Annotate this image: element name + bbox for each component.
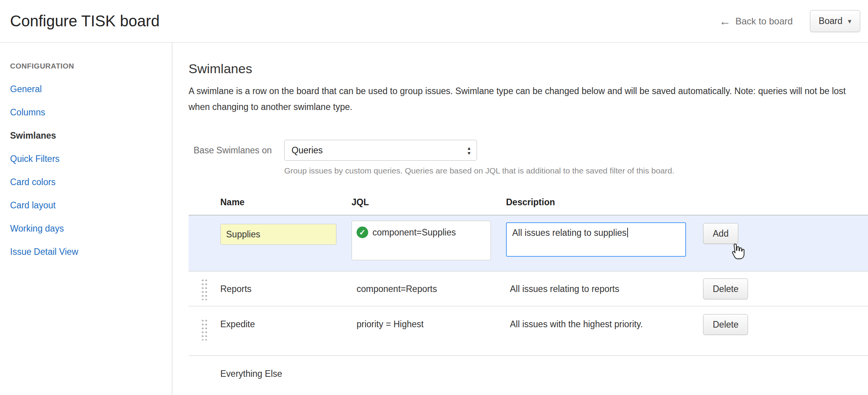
new-swimlane-row: ✓ component=Supplies All issues relating… (189, 215, 868, 271)
sidebar-item-card-layout[interactable]: Card layout (0, 194, 172, 217)
row-handle-cell (189, 278, 220, 300)
swimlane-description: All issues relating to reports (506, 281, 655, 297)
sidebar-item-card-colors[interactable]: Card colors (0, 170, 172, 194)
sidebar-item-issue-detail-view[interactable]: Issue Detail View (0, 240, 172, 263)
section-description: A swimlane is a row on the board that ca… (189, 83, 851, 115)
sidebar-heading: CONFIGURATION (10, 62, 172, 70)
swimlane-name: Expedite (220, 306, 352, 332)
sidebar-nav: General Columns Swimlanes Quick Filters … (0, 77, 172, 263)
new-row-action-cell: Add (700, 215, 868, 271)
new-row-description-cell: All issues relating to supplies (506, 215, 700, 271)
back-to-board-label: Back to board (735, 16, 793, 27)
base-swimlanes-control: Queries ▴ ▾ Group issues by custom queri… (284, 140, 674, 175)
swimlane-type-value: Queries (292, 145, 323, 156)
table-row: Reports component=Reports All issues rel… (189, 271, 868, 306)
stepper-down-icon: ▾ (468, 151, 470, 155)
page-title: Configure TISK board (10, 12, 160, 30)
sidebar-item-columns[interactable]: Columns (0, 101, 172, 124)
new-swimlane-jql-input[interactable]: ✓ component=Supplies (352, 221, 491, 260)
jql-valid-check-icon: ✓ (357, 227, 368, 238)
header-actions: ← Back to board Board ▾ (719, 10, 860, 32)
swimlane-jql: priority = Highest (352, 306, 506, 332)
swimlane-type-select[interactable]: Queries ▴ ▾ (284, 140, 477, 161)
text-cursor (627, 228, 628, 237)
new-swimlane-name-input[interactable] (220, 224, 336, 245)
back-to-board-link[interactable]: ← Back to board (719, 15, 793, 27)
main-content: Swimlanes A swimlane is a row on the boa… (172, 43, 868, 395)
header-jql: JQL (352, 191, 506, 215)
new-swimlane-jql-text: component=Supplies (372, 227, 456, 238)
table-header-row: Name JQL Description (189, 191, 868, 215)
delete-swimlane-button[interactable]: Delete (703, 278, 748, 299)
header-name: Name (220, 191, 352, 215)
chevron-down-icon: ▾ (848, 17, 851, 26)
sidebar-item-quick-filters[interactable]: Quick Filters (0, 147, 172, 170)
new-swimlane-description-text: All issues relating to supplies (512, 228, 626, 238)
base-swimlanes-label: Base Swimlanes on (194, 140, 272, 161)
select-stepper-icon: ▴ ▾ (468, 146, 470, 155)
sidebar-item-general[interactable]: General (0, 77, 172, 101)
swimlane-name: Everything Else (220, 356, 352, 381)
header-actions-spacer (700, 191, 868, 215)
page-header: Configure TISK board ← Back to board Boa… (0, 0, 868, 43)
table-row: Expedite priority = Highest All issues w… (189, 306, 868, 356)
base-swimlanes-row: Base Swimlanes on Queries ▴ ▾ Group issu… (194, 140, 868, 175)
swimlane-jql: component=Reports (352, 281, 506, 297)
stepper-up-icon: ▴ (468, 146, 470, 150)
sidebar: CONFIGURATION General Columns Swimlanes … (0, 43, 172, 395)
swimlane-name: Reports (220, 281, 352, 297)
board-menu-label: Board (819, 16, 842, 26)
new-swimlane-description-input[interactable]: All issues relating to supplies (506, 222, 686, 257)
row-handle-cell (189, 306, 220, 340)
drag-handle-icon[interactable] (200, 278, 209, 300)
swimlanes-table: Name JQL Description ✓ component=Supplie… (189, 191, 868, 393)
row-action-cell: Delete (700, 306, 868, 335)
table-row: Everything Else (189, 356, 868, 393)
swimlane-description: All issues with the highest priority. (506, 306, 655, 332)
sidebar-item-swimlanes[interactable]: Swimlanes (0, 124, 172, 147)
row-action-cell: Delete (700, 278, 868, 299)
header-description: Description (506, 191, 700, 215)
header-spacer (189, 191, 220, 215)
delete-swimlane-button[interactable]: Delete (703, 314, 748, 335)
new-row-name-cell (220, 215, 352, 271)
base-swimlanes-help: Group issues by custom queries. Queries … (284, 166, 674, 175)
sidebar-item-working-days[interactable]: Working days (0, 217, 172, 240)
board-menu-button[interactable]: Board ▾ (810, 10, 860, 32)
back-arrow-icon: ← (719, 15, 731, 27)
add-swimlane-button[interactable]: Add (703, 223, 738, 244)
drag-handle-icon[interactable] (200, 318, 209, 340)
section-title: Swimlanes (189, 61, 868, 76)
new-row-spacer (189, 215, 220, 271)
new-row-jql-cell: ✓ component=Supplies (352, 215, 506, 271)
